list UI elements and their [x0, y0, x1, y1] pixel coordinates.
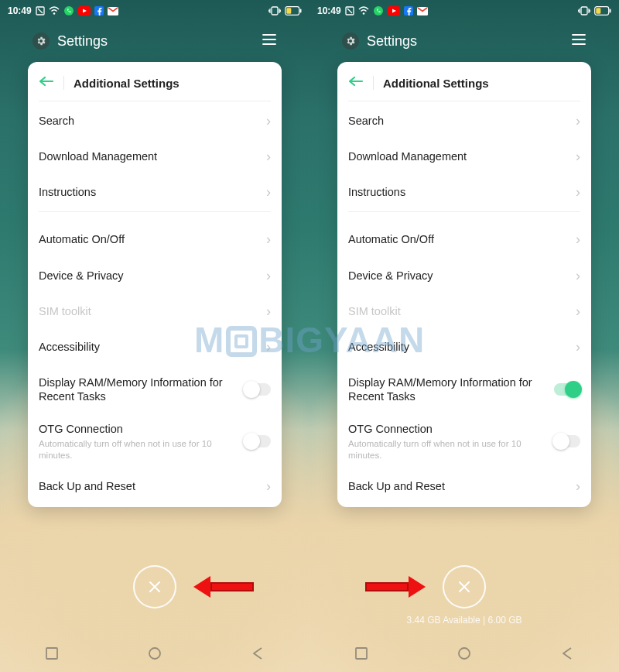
chevron-right-icon: ›	[576, 114, 580, 128]
toggle-off-icon[interactable]	[245, 435, 271, 447]
system-nav-bar	[310, 635, 619, 672]
svg-rect-20	[610, 9, 611, 13]
row-automatic-on-off[interactable]: Automatic On/Off›	[337, 221, 591, 257]
facebook-icon	[94, 6, 104, 15]
row-device-privacy[interactable]: Device & Privacy›	[28, 258, 282, 293]
row-accessibility[interactable]: Accessibility›	[28, 329, 282, 365]
whatsapp-icon	[63, 5, 74, 16]
svg-point-13	[362, 12, 364, 15]
row-search[interactable]: Search›	[337, 103, 591, 139]
nav-home-icon[interactable]	[441, 635, 487, 672]
row-instructions[interactable]: Instructions›	[337, 174, 591, 210]
toggle-off-icon[interactable]	[554, 435, 580, 447]
row-otg-connection[interactable]: OTG Connection Automatically turn off wh…	[337, 414, 591, 468]
chevron-right-icon: ›	[266, 479, 271, 493]
facebook-icon	[404, 6, 413, 15]
svg-point-2	[64, 6, 74, 15]
chevron-right-icon: ›	[266, 185, 271, 199]
recents-header: Settings	[310, 22, 619, 57]
row-sim-toolkit: SIM toolkit›	[28, 293, 282, 329]
header-separator	[63, 76, 64, 90]
chevron-right-icon: ›	[266, 232, 271, 246]
system-nav-bar	[0, 635, 310, 672]
chevron-right-icon: ›	[576, 232, 580, 246]
wifi-icon	[49, 6, 60, 15]
lock-task-icon[interactable]	[262, 33, 277, 49]
recents-title: Settings	[367, 33, 417, 50]
row-download-management[interactable]: Download Management›	[337, 139, 591, 174]
toggle-off-icon[interactable]	[245, 383, 271, 396]
row-otg-connection[interactable]: OTG Connection Automatically turn off wh…	[28, 414, 282, 468]
row-display-ram-toggle[interactable]: Display RAM/Memory Information for Recen…	[337, 365, 591, 414]
otg-title: OTG Connection	[348, 422, 534, 436]
vibrate-icon	[578, 6, 590, 15]
chevron-right-icon: ›	[576, 185, 580, 199]
settings-card[interactable]: Additional Settings Search› Download Man…	[337, 62, 591, 507]
recents-header: Settings	[0, 22, 310, 57]
status-time: 10:49	[317, 5, 341, 16]
recents-title: Settings	[57, 33, 108, 50]
row-sim-toolkit: SIM toolkit›	[337, 293, 591, 329]
settings-app-icon	[342, 33, 359, 50]
nav-back-icon[interactable]	[544, 635, 590, 672]
youtube-icon	[78, 6, 91, 15]
nav-home-icon[interactable]	[132, 635, 178, 672]
otg-subtitle: Automatically turn off when not in use f…	[348, 438, 534, 461]
svg-point-11	[149, 648, 160, 659]
phone-screen-right: 10:49 Settings Additional Settings Searc…	[310, 0, 619, 672]
row-instructions[interactable]: Instructions›	[28, 174, 282, 210]
row-download-management[interactable]: Download Management›	[28, 139, 282, 174]
svg-point-14	[374, 6, 383, 15]
back-arrow-icon[interactable]	[39, 76, 54, 90]
gmail-icon	[417, 7, 428, 15]
annotation-arrow-right	[365, 578, 426, 596]
wifi-icon	[358, 6, 369, 15]
back-arrow-icon[interactable]	[348, 76, 364, 90]
svg-rect-9	[286, 8, 291, 13]
status-bar: 10:49	[0, 0, 310, 22]
toggle-on-icon[interactable]	[554, 383, 580, 396]
close-icon	[456, 578, 473, 595]
chevron-right-icon: ›	[266, 340, 271, 354]
chevron-right-icon: ›	[266, 269, 271, 283]
card-title: Additional Settings	[383, 77, 489, 90]
settings-card[interactable]: Additional Settings Search› Download Man…	[28, 62, 282, 507]
svg-rect-10	[46, 648, 57, 659]
nav-recent-icon[interactable]	[338, 635, 385, 672]
whatsapp-icon	[373, 5, 384, 16]
clear-all-button[interactable]	[133, 565, 176, 609]
lock-task-icon[interactable]	[571, 33, 587, 49]
header-separator	[373, 76, 374, 90]
row-backup-reset[interactable]: Back Up and Reset›	[337, 468, 591, 504]
chevron-right-icon: ›	[576, 269, 580, 283]
row-device-privacy[interactable]: Device & Privacy›	[337, 258, 591, 293]
svg-point-23	[459, 648, 470, 659]
chevron-right-icon: ›	[266, 149, 271, 163]
phone-screen-left: 10:49 Settings Additional Settings Searc…	[0, 0, 310, 672]
row-backup-reset[interactable]: Back Up and Reset›	[28, 468, 282, 504]
nav-back-icon[interactable]	[234, 635, 281, 672]
otg-title: OTG Connection	[39, 422, 224, 436]
settings-app-icon	[32, 33, 50, 50]
card-title: Additional Settings	[74, 77, 180, 90]
svg-rect-21	[596, 8, 600, 13]
row-accessibility[interactable]: Accessibility›	[337, 329, 591, 365]
gmail-icon	[108, 7, 118, 15]
chevron-right-icon: ›	[576, 304, 580, 318]
row-display-ram-toggle[interactable]: Display RAM/Memory Information for Recen…	[28, 365, 282, 414]
nav-recent-icon[interactable]	[29, 635, 75, 672]
svg-rect-6	[272, 7, 278, 15]
battery-icon	[285, 6, 302, 15]
chevron-right-icon: ›	[576, 149, 580, 163]
vibrate-icon	[268, 6, 281, 15]
row-automatic-on-off[interactable]: Automatic On/Off›	[28, 221, 282, 257]
clear-all-button[interactable]	[443, 565, 486, 609]
close-icon	[146, 578, 163, 595]
chevron-right-icon: ›	[266, 304, 271, 318]
svg-rect-22	[356, 648, 367, 659]
row-search[interactable]: Search›	[28, 103, 282, 139]
youtube-icon	[388, 6, 400, 15]
chevron-right-icon: ›	[266, 114, 271, 128]
svg-point-1	[53, 12, 55, 15]
status-bar: 10:49	[310, 0, 619, 22]
